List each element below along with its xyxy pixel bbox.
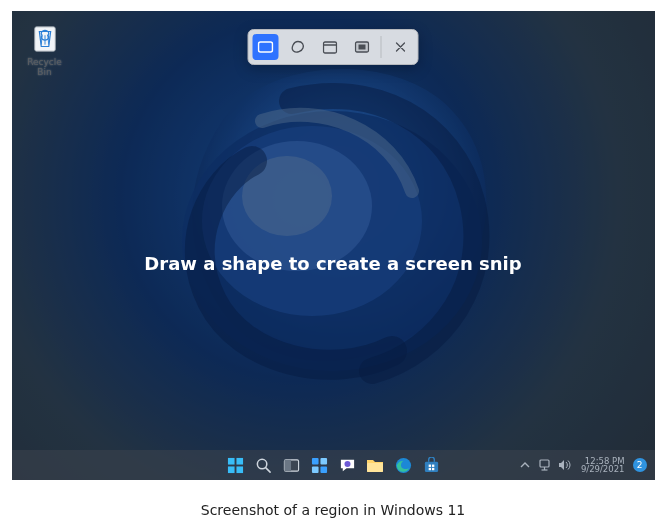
taskbar-widgets[interactable] <box>308 454 330 476</box>
taskbar-start[interactable] <box>224 454 246 476</box>
desktop[interactable]: Recycle Bin Draw a shape to create a scr… <box>12 11 655 480</box>
svg-rect-30 <box>431 467 433 469</box>
edge-icon <box>395 457 412 474</box>
svg-rect-19 <box>311 457 318 464</box>
windows-logo-icon <box>227 457 244 474</box>
snip-mode-rectangular[interactable] <box>253 34 279 60</box>
taskbar-chat[interactable] <box>336 454 358 476</box>
freeform-icon <box>290 40 305 55</box>
system-tray: 12:58 PM 9/29/2021 2 <box>517 457 647 474</box>
svg-rect-29 <box>428 467 430 469</box>
svg-rect-13 <box>227 466 234 473</box>
tray-notifications[interactable]: 2 <box>633 458 647 472</box>
snip-mode-freeform[interactable] <box>285 34 311 60</box>
svg-line-16 <box>265 467 269 471</box>
svg-rect-5 <box>259 42 273 52</box>
tray-chevron[interactable] <box>517 457 533 473</box>
svg-rect-31 <box>540 460 549 467</box>
snip-mode-window[interactable] <box>317 34 343 60</box>
fullscreen-icon <box>354 41 369 53</box>
taskbar-edge[interactable] <box>392 454 414 476</box>
close-icon <box>395 41 407 53</box>
svg-rect-24 <box>367 463 383 472</box>
folder-icon <box>366 457 384 473</box>
chat-icon <box>339 457 356 474</box>
taskbar-file-explorer[interactable] <box>364 454 386 476</box>
svg-rect-21 <box>311 466 318 473</box>
figure-caption: Screenshot of a region in Windows 11 <box>201 502 465 518</box>
snip-overlay-dim <box>12 11 655 480</box>
snip-toolbar-divider <box>381 36 382 58</box>
screenshot-frame: Recycle Bin Draw a shape to create a scr… <box>12 11 655 480</box>
taskbar-store[interactable] <box>420 454 442 476</box>
snip-mode-fullscreen[interactable] <box>349 34 375 60</box>
search-icon <box>255 457 272 474</box>
window-icon <box>322 41 337 54</box>
taskbar: 12:58 PM 9/29/2021 2 <box>12 450 655 480</box>
network-icon <box>538 459 551 471</box>
snip-close[interactable] <box>388 34 414 60</box>
svg-rect-26 <box>424 461 437 471</box>
svg-rect-11 <box>227 457 234 464</box>
desktop-icons: Recycle Bin <box>18 21 72 79</box>
rectangle-icon <box>258 41 274 53</box>
store-icon <box>423 457 440 474</box>
recycle-bin-label: Recycle Bin <box>20 57 70 77</box>
svg-rect-28 <box>431 464 433 466</box>
svg-rect-14 <box>236 466 243 473</box>
widgets-icon <box>311 457 328 474</box>
snip-instruction: Draw a shape to create a screen snip <box>12 253 655 274</box>
svg-rect-20 <box>320 457 327 464</box>
svg-rect-12 <box>236 457 243 464</box>
recycle-bin-icon[interactable]: Recycle Bin <box>18 21 72 79</box>
task-view-icon <box>283 457 300 474</box>
svg-rect-10 <box>358 45 365 50</box>
taskbar-search[interactable] <box>252 454 274 476</box>
tray-datetime[interactable]: 12:58 PM 9/29/2021 <box>581 457 625 474</box>
svg-rect-27 <box>428 464 430 466</box>
trash-icon <box>29 23 61 55</box>
tray-date: 9/29/2021 <box>581 465 625 474</box>
tray-volume[interactable] <box>557 457 573 473</box>
taskbar-center <box>224 454 442 476</box>
svg-rect-22 <box>320 466 327 473</box>
snip-instruction-text: Draw a shape to create a screen snip <box>144 253 521 274</box>
svg-rect-6 <box>323 42 336 53</box>
svg-rect-18 <box>284 459 291 470</box>
taskbar-task-view[interactable] <box>280 454 302 476</box>
chevron-up-icon <box>520 460 530 470</box>
tray-network[interactable] <box>537 457 553 473</box>
svg-point-23 <box>344 461 350 467</box>
snip-toolbar <box>248 29 419 65</box>
volume-icon <box>558 459 571 471</box>
